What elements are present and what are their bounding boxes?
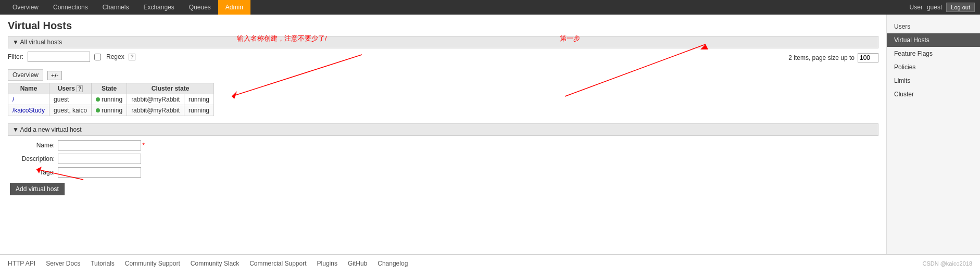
- vhost-cluster-node: rabbit@myRabbit: [127, 105, 184, 116]
- regex-help-icon: ?: [129, 54, 136, 60]
- main-layout: Virtual Hosts ▼ All virtual hosts Filter…: [0, 15, 980, 254]
- add-section-label: ▼ Add a new virtual host: [12, 126, 82, 133]
- vhost-name[interactable]: /: [8, 94, 49, 105]
- nav-tab-queues[interactable]: Queues: [182, 0, 218, 15]
- sidebar-item-policies[interactable]: Policies: [887, 60, 980, 74]
- nav-tab-channels[interactable]: Channels: [95, 0, 136, 15]
- description-label: Description:: [8, 155, 55, 162]
- footer: HTTP API Server Docs Tutorials Community…: [0, 254, 980, 272]
- items-info-text: 2 items, page size up to: [788, 54, 855, 61]
- col-users: Users ?: [49, 83, 92, 94]
- add-vhost-button[interactable]: Add virtual host: [10, 183, 65, 195]
- description-form-row: Description:: [8, 154, 878, 164]
- regex-checkbox[interactable]: [94, 54, 101, 60]
- col-cluster-state: Cluster state: [127, 83, 214, 94]
- footer-link-changelog[interactable]: Changelog: [378, 260, 408, 267]
- add-vhost-section: ▼ Add a new virtual host Name: * Descrip…: [8, 123, 878, 195]
- username: guest: [927, 4, 942, 11]
- required-indicator: *: [142, 141, 145, 149]
- overview-label: Overview: [8, 69, 43, 81]
- vhost-cluster-state: running: [184, 105, 214, 116]
- nav-tab-admin[interactable]: Admin: [218, 0, 250, 15]
- logout-button[interactable]: Log out: [946, 3, 975, 12]
- tags-form-row: Tags:: [8, 167, 878, 178]
- sidebar-item-cluster[interactable]: Cluster: [887, 87, 980, 101]
- items-info-row: 2 items, page size up to: [788, 53, 878, 62]
- tags-label: Tags:: [8, 169, 55, 176]
- filter-row: Filter: Regex ?: [8, 52, 135, 62]
- name-label: Name:: [8, 142, 55, 149]
- tags-input[interactable]: [58, 167, 141, 178]
- table-row: / guest running rabbit@myRabbit running: [8, 94, 214, 105]
- sidebar: Users Virtual Hosts Feature Flags Polici…: [886, 15, 980, 254]
- col-name: Name: [8, 83, 49, 94]
- attribution: CSDN @kaico2018: [922, 260, 972, 267]
- footer-link-server-docs[interactable]: Server Docs: [46, 260, 80, 267]
- nav-tabs: Overview Connections Channels Exchanges …: [5, 0, 250, 15]
- sidebar-item-users[interactable]: Users: [887, 20, 980, 33]
- vhost-users: guest: [49, 94, 92, 105]
- all-vhosts-section-header[interactable]: ▼ All virtual hosts: [8, 36, 878, 48]
- vhost-state: running: [92, 105, 127, 116]
- sidebar-item-feature-flags[interactable]: Feature Flags: [887, 47, 980, 60]
- footer-link-plugins[interactable]: Plugins: [317, 260, 337, 267]
- vhost-cluster-node: rabbit@myRabbit: [127, 94, 184, 105]
- page-size-input[interactable]: [858, 53, 878, 62]
- col-state: State: [92, 83, 127, 94]
- footer-link-http-api[interactable]: HTTP API: [8, 260, 35, 267]
- user-label: User: [910, 4, 923, 11]
- vhost-cluster-state: running: [184, 94, 214, 105]
- footer-link-community-slack[interactable]: Community Slack: [191, 260, 239, 267]
- sidebar-item-limits[interactable]: Limits: [887, 74, 980, 87]
- footer-link-tutorials[interactable]: Tutorials: [91, 260, 115, 267]
- section-label: ▼ All virtual hosts: [12, 39, 62, 46]
- filter-input[interactable]: [28, 52, 90, 62]
- vhost-table: Name Users ? State Cluster state / guest…: [8, 83, 214, 116]
- vhost-state: running: [92, 94, 127, 105]
- nav-tab-overview[interactable]: Overview: [5, 0, 46, 15]
- page-title: Virtual Hosts: [8, 20, 878, 32]
- footer-link-github[interactable]: GitHub: [348, 260, 367, 267]
- top-navigation: Overview Connections Channels Exchanges …: [0, 0, 980, 15]
- filter-label: Filter:: [8, 53, 23, 60]
- vhost-name[interactable]: /kaicoStudy: [8, 105, 49, 116]
- user-area: User guest Log out: [910, 3, 975, 12]
- regex-label: Regex: [106, 53, 124, 60]
- content-area: Virtual Hosts ▼ All virtual hosts Filter…: [0, 15, 886, 254]
- table-row: /kaicoStudy guest, kaico running rabbit@…: [8, 105, 214, 116]
- add-section-header[interactable]: ▼ Add a new virtual host: [8, 123, 878, 136]
- footer-link-community-support[interactable]: Community Support: [125, 260, 180, 267]
- plus-minus-button[interactable]: +/-: [47, 71, 62, 80]
- nav-tab-exchanges[interactable]: Exchanges: [136, 0, 181, 15]
- name-form-row: Name: *: [8, 140, 878, 150]
- nav-tab-connections[interactable]: Connections: [46, 0, 95, 15]
- vhost-users: guest, kaico: [49, 105, 92, 116]
- sidebar-item-virtual-hosts[interactable]: Virtual Hosts: [887, 33, 980, 47]
- footer-link-commercial-support[interactable]: Commercial Support: [249, 260, 306, 267]
- name-input[interactable]: [58, 140, 141, 150]
- description-input[interactable]: [58, 154, 141, 164]
